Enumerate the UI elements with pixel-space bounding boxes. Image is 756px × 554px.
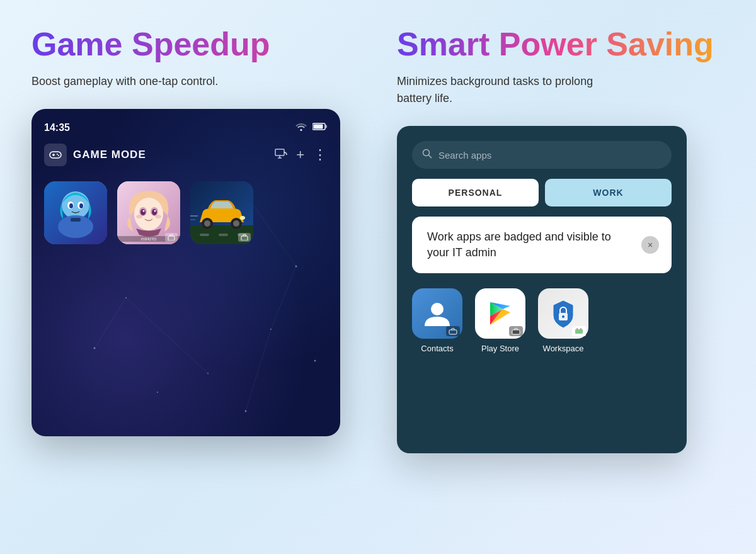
info-banner: Work apps are badged and visible to your… [412, 217, 672, 273]
svg-point-61 [431, 303, 444, 315]
svg-line-60 [429, 155, 432, 159]
svg-point-33 [79, 203, 83, 208]
battery-icon [312, 122, 328, 133]
svg-point-65 [562, 315, 564, 318]
contacts-work-badge [446, 326, 460, 336]
svg-point-7 [157, 392, 158, 393]
svg-rect-18 [325, 125, 327, 128]
svg-point-23 [58, 155, 59, 156]
svg-point-22 [57, 154, 58, 155]
svg-point-5 [125, 297, 127, 298]
svg-rect-45 [168, 236, 175, 240]
svg-point-4 [314, 360, 316, 362]
svg-rect-58 [241, 236, 248, 240]
svg-line-13 [246, 329, 271, 411]
banner-close-button[interactable]: × [641, 236, 659, 254]
work-app-contacts[interactable]: Contacts [412, 288, 462, 353]
svg-rect-34 [71, 218, 81, 222]
svg-point-39 [140, 209, 146, 215]
svg-line-15 [126, 298, 208, 373]
left-section: Game Speedup Boost gameplay with one-tap… [32, 25, 359, 535]
svg-point-41 [143, 210, 145, 212]
tablet-mockup: Search apps PERSONAL WORK Work apps are … [397, 126, 687, 453]
svg-point-3 [270, 329, 272, 330]
svg-point-2 [295, 266, 297, 268]
game-speedup-desc: Boost gameplay with one-tap control. [32, 73, 233, 90]
gamepad-icon [44, 144, 67, 166]
svg-rect-24 [275, 149, 284, 155]
search-bar[interactable]: Search apps [412, 141, 672, 169]
svg-point-44 [155, 215, 161, 218]
game-mode-label: GAME MODE [73, 149, 268, 161]
work-apps-row: Contacts [412, 288, 672, 353]
playstore-icon[interactable] [475, 288, 525, 339]
svg-rect-66 [575, 329, 583, 334]
svg-rect-19 [50, 152, 61, 158]
app-badge-2 [165, 233, 178, 242]
svg-rect-63 [512, 330, 520, 334]
game-app-2[interactable]: miHoYo [117, 181, 180, 244]
svg-point-42 [154, 210, 156, 212]
playstore-label: Play Store [481, 344, 519, 353]
app-badge-3 [238, 233, 251, 242]
work-app-workspace[interactable]: Workspace [538, 288, 588, 353]
search-icon [422, 149, 432, 161]
tab-personal[interactable]: PERSONAL [412, 179, 539, 206]
svg-point-53 [204, 220, 210, 227]
game-app-1[interactable] [44, 181, 107, 244]
svg-point-55 [240, 216, 245, 220]
cast-icon[interactable] [275, 149, 287, 162]
game-apps-row: miHoYo [44, 181, 328, 244]
workspace-label: Workspace [543, 344, 584, 353]
svg-point-28 [62, 191, 89, 219]
search-placeholder: Search apps [438, 150, 491, 161]
svg-point-36 [134, 198, 163, 230]
playstore-work-badge [509, 326, 523, 336]
contacts-label: Contacts [421, 344, 453, 353]
svg-point-40 [152, 209, 157, 215]
svg-point-54 [233, 220, 239, 227]
tab-row: PERSONAL WORK [412, 179, 672, 206]
svg-point-43 [136, 215, 142, 218]
svg-point-32 [69, 203, 73, 208]
workspace-work-badge [572, 326, 586, 336]
svg-rect-17 [314, 125, 323, 129]
status-icons [295, 122, 328, 133]
game-mode-bar: GAME MODE + ⋮ [44, 144, 328, 166]
more-icon[interactable]: ⋮ [313, 147, 328, 163]
contacts-icon[interactable] [412, 288, 462, 339]
svg-point-6 [94, 348, 96, 349]
svg-line-12 [271, 266, 296, 329]
add-icon[interactable]: + [296, 147, 304, 163]
game-speedup-title: Game Speedup [32, 25, 359, 63]
svg-rect-62 [449, 330, 457, 334]
wifi-icon [295, 122, 307, 133]
svg-rect-49 [219, 234, 228, 236]
tab-work[interactable]: WORK [545, 179, 672, 206]
smart-power-title: Smart Power Saving [397, 25, 724, 63]
status-time: 14:35 [44, 122, 70, 133]
workspace-icon[interactable] [538, 288, 588, 339]
svg-point-8 [207, 373, 209, 374]
svg-line-14 [94, 298, 126, 348]
game-mode-actions[interactable]: + ⋮ [275, 147, 328, 163]
right-section: Smart Power Saving Minimizes background … [397, 25, 724, 535]
banner-message: Work apps are badged and visible to your… [427, 229, 634, 261]
work-app-playstore[interactable]: Play Store [475, 288, 525, 353]
svg-point-9 [245, 410, 247, 412]
phone-mockup: 14:35 [32, 109, 340, 436]
svg-rect-48 [200, 234, 209, 236]
status-bar: 14:35 [44, 122, 328, 133]
smart-power-desc: Minimizes background tasks to prolong ba… [397, 73, 598, 107]
game-app-3[interactable] [190, 181, 253, 244]
svg-point-59 [423, 150, 430, 156]
